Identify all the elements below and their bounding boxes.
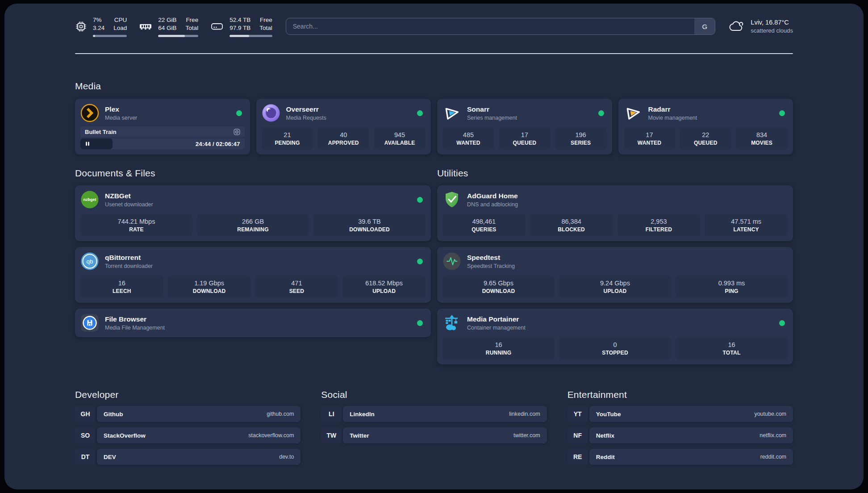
link-youtube[interactable]: YT YouTube youtube.com <box>568 406 793 422</box>
app-card-filebrowser[interactable]: File Browser Media File Management <box>75 309 431 337</box>
stat-box: 21 PENDING <box>262 127 313 150</box>
app-card-plex[interactable]: Plex Media server Bullet Train <box>75 99 250 155</box>
memory-free-value: 22 GiB <box>158 16 176 24</box>
stat-box: 17 WANTED <box>624 127 676 150</box>
disk-icon <box>210 21 224 32</box>
search-engine-button[interactable]: G <box>694 18 715 34</box>
link-badge: RE <box>568 449 588 465</box>
link-twitter[interactable]: TW Twitter twitter.com <box>321 427 547 443</box>
filebrowser-icon <box>80 313 99 332</box>
sonarr-icon <box>442 104 461 122</box>
stat-box: 0 STOPPED <box>559 337 671 359</box>
cpu-progress-bar <box>93 35 127 37</box>
app-subtitle: Series management <box>467 115 517 121</box>
playback-progress-bar[interactable]: 24:44 / 02:06:47 <box>80 138 245 149</box>
app-name: AdGuard Home <box>467 192 518 200</box>
section-title-entertainment: Entertainment <box>568 389 793 400</box>
stat-box: 86,384 BLOCKED <box>530 214 613 236</box>
app-card-adguard[interactable]: AdGuard Home DNS and adblocking 498,461 … <box>437 185 793 241</box>
app-name: File Browser <box>105 315 165 323</box>
ram-icon <box>139 21 152 32</box>
app-name: Sonarr <box>467 105 517 113</box>
camera-icon[interactable] <box>234 129 240 135</box>
weather-condition: scattered clouds <box>751 27 793 34</box>
link-linkedin[interactable]: LI LinkedIn linkedin.com <box>321 406 547 422</box>
status-dot <box>779 110 785 116</box>
stat-box: 2,953 FILTERED <box>618 214 701 236</box>
pause-icon[interactable] <box>85 141 90 146</box>
app-name: qBittorrent <box>105 254 153 262</box>
topbar: 7% 3.24 CPU Load <box>75 14 793 38</box>
app-card-speedtest[interactable]: Speedtest Speedtest Tracking 9.65 Gbps D… <box>437 247 793 303</box>
dashboard-panel: 7% 3.24 CPU Load <box>4 4 864 489</box>
link-reddit[interactable]: RE Reddit reddit.com <box>568 449 793 465</box>
cpu-icon <box>75 21 87 33</box>
app-card-qbittorrent[interactable]: qb qBittorrent Torrent downloader 16 LEE… <box>75 247 431 303</box>
link-stackoverflow[interactable]: SO StackOverflow stackoverflow.com <box>75 427 300 443</box>
playback-time: 24:44 / 02:06:47 <box>196 141 240 147</box>
nzbget-icon: nzbget <box>80 190 99 209</box>
stat-box: 498,461 QUERIES <box>442 214 526 236</box>
stat-box: 40 APPROVED <box>317 127 369 150</box>
stat-box: 744.21 Mbps RATE <box>80 214 192 236</box>
link-badge: DT <box>75 449 96 465</box>
app-subtitle: Movie management <box>648 115 697 121</box>
stat-box: 1.19 Gbps DOWNLOAD <box>168 276 251 298</box>
section-title-media: Media <box>75 81 793 92</box>
link-netflix[interactable]: NF Netflix netflix.com <box>568 427 793 443</box>
status-dot <box>236 110 242 116</box>
app-card-nzbget[interactable]: nzbget NZBGet Usenet downloader 744.21 M… <box>75 185 431 241</box>
stat-box: 16 TOTAL <box>676 337 788 359</box>
storage-total-label: Total <box>259 24 272 32</box>
app-subtitle: Speedtest Tracking <box>467 263 515 269</box>
link-badge: LI <box>321 406 342 422</box>
app-name: Media Portainer <box>467 315 526 323</box>
app-card-portainer[interactable]: Media Portainer Container management 16 … <box>437 309 793 364</box>
app-subtitle: DNS and adblocking <box>467 201 518 208</box>
documents-column: Documents & Files nzbget NZBGet Usenet d… <box>75 168 431 364</box>
app-subtitle: Media Requests <box>286 115 326 121</box>
weather-location: Lviv, 16.87°C <box>751 19 793 26</box>
cpu-usage-label: CPU <box>113 16 127 24</box>
app-name: Plex <box>105 105 137 113</box>
link-badge: YT <box>568 406 588 422</box>
overseerr-icon <box>262 104 280 122</box>
stat-box: 16 LEECH <box>80 276 163 298</box>
app-card-radarr[interactable]: Radarr Movie management 17 WANTED 22 QUE… <box>618 99 793 155</box>
plex-icon <box>80 104 99 122</box>
app-name: Radarr <box>648 105 697 113</box>
app-subtitle: Usenet downloader <box>105 201 153 208</box>
stat-box: 0.993 ms PING <box>676 276 788 298</box>
stat-box: 17 QUEUED <box>499 127 551 150</box>
stat-box: 618.52 Mbps UPLOAD <box>342 276 426 298</box>
memory-free-label: Free <box>186 16 199 24</box>
social-links: Social LI LinkedIn linkedin.com TW Twitt… <box>321 389 547 443</box>
search-input[interactable] <box>286 18 695 34</box>
stat-box: 9.65 Gbps DOWNLOAD <box>442 276 555 298</box>
storage-free-value: 52.4 TB <box>230 16 250 24</box>
storage-stat: 52.4 TB 97.9 TB Free Total <box>210 16 272 37</box>
stat-box: 47.571 ms LATENCY <box>705 214 788 236</box>
status-dot <box>417 259 423 264</box>
header-divider <box>75 53 793 54</box>
stat-box: 9.24 Gbps UPLOAD <box>559 276 671 298</box>
app-card-sonarr[interactable]: Sonarr Series management 485 WANTED 17 Q… <box>437 99 612 155</box>
system-stats: 7% 3.24 CPU Load <box>75 16 272 37</box>
app-name: Speedtest <box>467 254 515 262</box>
cloud-icon <box>729 19 745 33</box>
link-github[interactable]: GH Github github.com <box>75 406 300 422</box>
cpu-usage-value: 7% <box>93 16 104 24</box>
link-dev-to[interactable]: DT DEV dev.to <box>75 449 300 465</box>
stat-box: 39.6 TB DOWNLOADED <box>313 214 426 236</box>
cpu-stat: 7% 3.24 CPU Load <box>75 16 127 37</box>
svg-text:nzbget: nzbget <box>83 197 96 202</box>
storage-progress-bar <box>230 35 272 37</box>
status-dot <box>598 110 604 116</box>
qbittorrent-icon: qb <box>80 252 99 271</box>
entertainment-links: Entertainment YT YouTube youtube.com NF … <box>568 389 793 465</box>
developer-links: Developer GH Github github.com SO StackO… <box>75 389 300 465</box>
adguard-icon <box>442 190 461 209</box>
app-subtitle: Container management <box>467 325 526 331</box>
app-card-overseerr[interactable]: Overseerr Media Requests 21 PENDING 40 A… <box>256 99 431 155</box>
stat-box: 945 AVAILABLE <box>374 127 426 150</box>
